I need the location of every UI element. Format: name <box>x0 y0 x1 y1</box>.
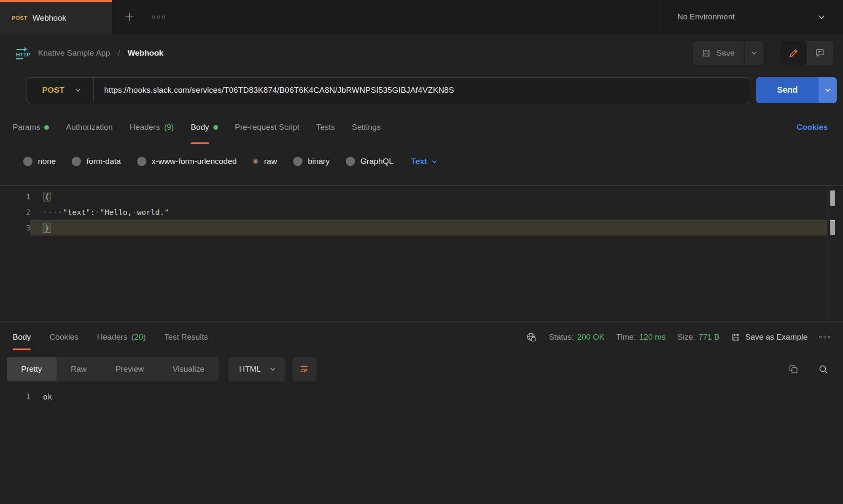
method-dropdown[interactable]: POST <box>27 86 93 95</box>
params-active-dot <box>44 125 49 130</box>
save-as-example-button[interactable]: Save as Example <box>731 332 808 342</box>
copy-response-button[interactable] <box>788 364 799 375</box>
scrollbar-mark-current-line[interactable] <box>830 220 835 235</box>
response-tab-headers-label: Headers <box>97 322 127 353</box>
url-row: POST https://hooks.slack.com/services/T0… <box>0 72 843 108</box>
request-header-row: HTTP Knative Sample App / Webhook Save <box>0 34 843 72</box>
mode-raw[interactable]: raw <box>253 157 277 166</box>
mode-urlencoded[interactable]: x-www-form-urlencoded <box>137 157 237 166</box>
radio-none[interactable] <box>23 157 32 166</box>
url-bar: POST https://hooks.slack.com/services/T0… <box>27 77 750 103</box>
response-header: Body Cookies Headers (20) Test Results S… <box>0 322 843 353</box>
send-button[interactable]: Send <box>756 77 819 103</box>
plus-icon <box>124 11 135 22</box>
response-tab-body[interactable]: Body <box>13 322 31 353</box>
time-field[interactable]: Time: 120 ms <box>616 332 665 342</box>
response-tab-test-results[interactable]: Test Results <box>164 322 208 353</box>
view-pretty[interactable]: Pretty <box>7 357 57 381</box>
http-request-icon: HTTP <box>14 46 30 60</box>
open-request-tab[interactable]: POST Webhook <box>0 0 112 34</box>
body-mode-selector: none form-data x-www-form-urlencoded raw… <box>0 147 843 176</box>
chevron-down-icon <box>819 13 824 19</box>
line-number: 2 <box>0 204 30 220</box>
request-body-editor[interactable]: 1 { 2 ····"text":·"Hello,·world." 3 } <box>0 185 843 322</box>
tab-headers[interactable]: Headers (9) <box>129 108 174 147</box>
tab-headers-label: Headers <box>129 108 160 147</box>
size-value: 771 B <box>698 332 719 342</box>
time-label: Time: <box>616 332 636 342</box>
tab-tests[interactable]: Tests <box>316 108 335 147</box>
response-tab-headers[interactable]: Headers (20) <box>97 322 146 353</box>
mode-graphql[interactable]: GraphQL <box>346 157 393 166</box>
radio-binary[interactable] <box>293 157 302 166</box>
radio-raw-selected[interactable] <box>253 158 259 164</box>
comments-button[interactable] <box>807 41 833 65</box>
url-input[interactable]: https://hooks.slack.com/services/T06TD83… <box>94 86 750 95</box>
method-label: POST <box>42 86 65 95</box>
size-field[interactable]: Size: 771 B <box>677 332 719 342</box>
save-button-group: Save <box>693 41 763 65</box>
send-options-button[interactable] <box>819 77 837 103</box>
mode-none[interactable]: none <box>23 157 56 166</box>
copy-icon <box>788 364 799 375</box>
response-tab-cookies[interactable]: Cookies <box>49 322 78 353</box>
radio-graphql[interactable] <box>346 157 355 166</box>
view-preview[interactable]: Preview <box>101 357 159 381</box>
header-actions: Save <box>693 41 833 65</box>
response-format-label: HTML <box>239 365 261 374</box>
tab-body[interactable]: Body <box>191 108 218 147</box>
save-button-label: Save <box>716 48 735 58</box>
breadcrumb-request-name[interactable]: Webhook <box>127 48 163 58</box>
headers-count-badge: (9) <box>164 123 174 132</box>
mode-form-data[interactable]: form-data <box>72 157 121 166</box>
save-as-example-label: Save as Example <box>745 332 808 342</box>
response-body[interactable]: 1 ok <box>0 386 843 401</box>
chevron-down-icon <box>432 158 437 163</box>
response-line-number: 1 <box>0 392 30 401</box>
status-field[interactable]: Status: 200 OK <box>549 332 605 342</box>
scrollbar-mark[interactable] <box>830 190 835 206</box>
radio-urlencoded[interactable] <box>137 157 146 166</box>
breadcrumb: HTTP Knative Sample App / Webhook <box>14 46 164 60</box>
view-visualize[interactable]: Visualize <box>158 357 219 381</box>
tab-settings[interactable]: Settings <box>352 108 381 147</box>
sidebar-toggle-group <box>781 41 833 65</box>
view-raw[interactable]: Raw <box>57 357 101 381</box>
view-raw-label: Raw <box>71 365 87 374</box>
save-icon <box>702 48 711 58</box>
response-format-dropdown[interactable]: HTML <box>228 357 285 381</box>
response-tab-body-label: Body <box>13 322 31 353</box>
response-tab-test-results-label: Test Results <box>164 322 208 353</box>
wrap-lines-button[interactable] <box>292 357 317 381</box>
tab-actions <box>112 0 658 34</box>
radio-form-data[interactable] <box>72 157 81 166</box>
response-options-button[interactable] <box>819 336 830 338</box>
response-headers-count: (20) <box>132 332 146 342</box>
tab-method-badge: POST <box>12 15 27 21</box>
chevron-down-icon <box>270 366 275 370</box>
response-view-switch: Pretty Raw Preview Visualize <box>7 357 219 381</box>
breadcrumb-collection[interactable]: Knative Sample App <box>38 48 110 58</box>
response-text: ok <box>30 392 52 401</box>
tab-params-label: Params <box>13 108 40 147</box>
edit-documentation-button[interactable] <box>781 41 807 65</box>
size-label: Size: <box>677 332 695 342</box>
cookies-link[interactable]: Cookies <box>797 123 828 132</box>
send-button-group: Send <box>756 77 837 103</box>
mode-raw-label: raw <box>264 157 277 166</box>
save-options-button[interactable] <box>745 41 763 65</box>
chevron-down-icon <box>751 50 756 54</box>
status-label: Status: <box>549 332 574 342</box>
save-button[interactable]: Save <box>693 41 744 65</box>
tab-options-button[interactable] <box>152 16 165 19</box>
tab-params[interactable]: Params <box>13 108 49 147</box>
response-tabs: Body Cookies Headers (20) Test Results <box>13 322 208 353</box>
mode-binary[interactable]: binary <box>293 157 330 166</box>
environment-selector[interactable]: No Environment <box>658 0 843 34</box>
tab-authorization[interactable]: Authorization <box>66 108 113 147</box>
tab-pre-request-script[interactable]: Pre-request Script <box>235 108 299 147</box>
new-tab-button[interactable] <box>124 11 135 22</box>
raw-type-dropdown[interactable]: Text <box>411 157 436 166</box>
response-toolbar: Pretty Raw Preview Visualize HTML <box>0 353 843 386</box>
search-response-button[interactable] <box>818 364 829 375</box>
